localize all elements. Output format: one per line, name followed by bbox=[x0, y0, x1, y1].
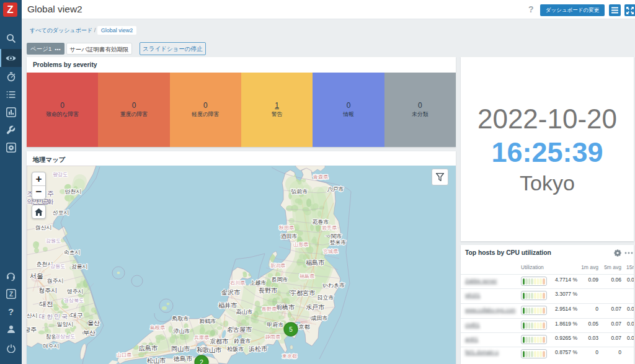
svg-text:徳島市: 徳島市 bbox=[173, 355, 193, 362]
svg-text:青森県: 青森県 bbox=[313, 174, 329, 180]
svg-text:Z: Z bbox=[9, 291, 12, 298]
svg-text:福島県: 福島県 bbox=[299, 273, 315, 279]
svg-text:부산: 부산 bbox=[83, 329, 95, 336]
svg-text:弘前市: 弘前市 bbox=[291, 189, 308, 195]
svg-text:대전: 대전 bbox=[40, 300, 53, 308]
svg-text:秋田県: 秋田県 bbox=[278, 225, 295, 231]
svg-text:静岡県: 静岡県 bbox=[265, 334, 281, 340]
svg-text:강원도: 강원도 bbox=[50, 264, 65, 269]
svg-text:강원도: 강원도 bbox=[46, 238, 61, 244]
svg-text:경상북도: 경상북도 bbox=[64, 298, 84, 303]
svg-text:京都市: 京都市 bbox=[210, 338, 229, 345]
svg-text:和歌山市: 和歌山市 bbox=[197, 347, 222, 353]
svg-text:長野県: 長野県 bbox=[261, 306, 277, 312]
svg-text:名古屋市: 名古屋市 bbox=[227, 326, 252, 333]
svg-text:前橋市: 前橋市 bbox=[276, 304, 295, 311]
svg-text:新潟県: 新潟県 bbox=[270, 263, 286, 269]
svg-text:福井市: 福井市 bbox=[218, 302, 238, 309]
svg-text:成田市: 成田市 bbox=[311, 315, 328, 321]
svg-text:5: 5 bbox=[289, 326, 293, 333]
svg-text:八戸市: 八戸市 bbox=[327, 186, 344, 192]
svg-text:石川県: 石川県 bbox=[230, 280, 246, 286]
svg-text:水戸市: 水戸市 bbox=[306, 304, 325, 311]
svg-text:長野市: 長野市 bbox=[259, 287, 278, 294]
svg-text:東京都: 東京都 bbox=[282, 353, 297, 359]
svg-text:울산: 울산 bbox=[87, 319, 100, 326]
svg-text:군산시: 군산시 bbox=[27, 313, 38, 319]
svg-text:山形県: 山形県 bbox=[293, 242, 309, 247]
svg-text:鈴鹿市: 鈴鹿市 bbox=[234, 338, 251, 344]
svg-text:광주: 광주 bbox=[27, 326, 37, 333]
svg-text:량강도: 량강도 bbox=[53, 172, 68, 177]
svg-text:金沢市: 金沢市 bbox=[221, 289, 241, 296]
svg-text:松山市: 松山市 bbox=[147, 357, 166, 364]
svg-text:岩手県: 岩手県 bbox=[322, 225, 337, 231]
svg-text:松阪市: 松阪市 bbox=[227, 346, 244, 352]
svg-text:山口県: 山口県 bbox=[117, 352, 132, 358]
svg-text:속초시: 속초시 bbox=[64, 249, 81, 255]
svg-text:대한민국: 대한민국 bbox=[39, 313, 69, 320]
svg-text:경상남도: 경상남도 bbox=[55, 334, 75, 339]
svg-text:鳥取市: 鳥取市 bbox=[172, 316, 189, 322]
svg-text:밀양시: 밀양시 bbox=[57, 321, 74, 327]
svg-text:2: 2 bbox=[200, 359, 203, 364]
svg-text:대구: 대구 bbox=[71, 312, 83, 319]
svg-text:福島市: 福島市 bbox=[306, 259, 325, 266]
svg-text:서울: 서울 bbox=[30, 272, 43, 280]
svg-text:宮城県: 宮城県 bbox=[323, 249, 339, 254]
svg-text:島根県: 島根県 bbox=[150, 325, 166, 331]
svg-text:浜松市: 浜松市 bbox=[249, 345, 268, 352]
svg-text:兵庫県: 兵庫県 bbox=[194, 335, 210, 340]
svg-text:宇都宮市: 宇都宮市 bbox=[290, 290, 316, 296]
svg-text:신포시: 신포시 bbox=[53, 210, 69, 216]
